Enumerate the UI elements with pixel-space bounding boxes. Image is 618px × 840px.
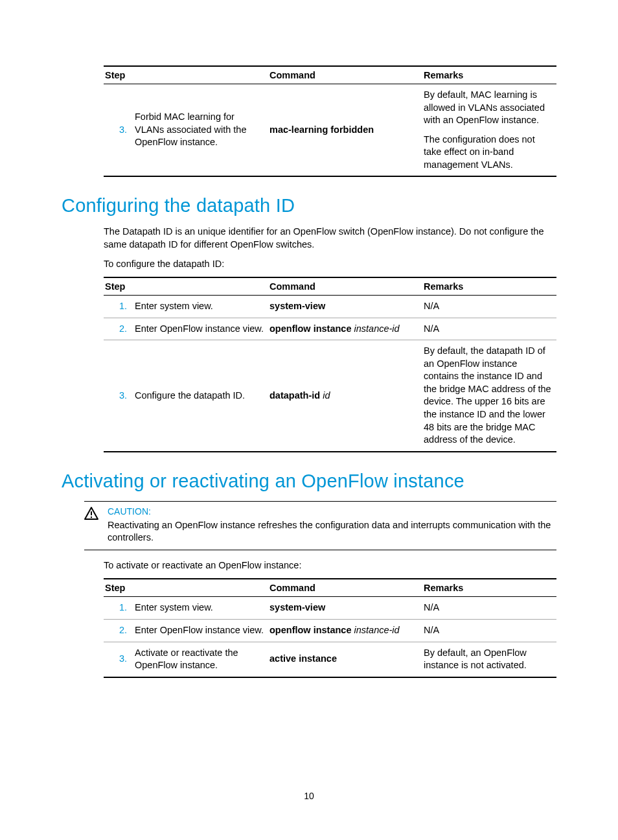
table-activating: Step Command Remarks 1. Enter system vie… xyxy=(104,578,556,677)
caution-box: CAUTION: Reactivating an OpenFlow instan… xyxy=(84,501,556,550)
header-remarks: Remarks xyxy=(422,66,556,84)
step-number: 3. xyxy=(104,642,133,677)
step-text: Forbid MAC learning for VLANs associated… xyxy=(133,84,268,177)
paragraph: To configure the datapath ID: xyxy=(104,258,556,271)
step-text: Enter system view. xyxy=(133,296,268,318)
caution-icon xyxy=(84,507,98,522)
remarks-text: By default, the datapath ID of an OpenFl… xyxy=(422,340,556,452)
remarks-text: N/A xyxy=(422,296,556,318)
step-text: Activate or reactivate the OpenFlow inst… xyxy=(133,642,268,677)
step-text: Configure the datapath ID. xyxy=(133,340,268,452)
table-row: 1. Enter system view. system-view N/A xyxy=(104,597,556,620)
heading-activating: Activating or reactivating an OpenFlow i… xyxy=(62,471,556,492)
command-text: system-view xyxy=(268,296,422,318)
table-row: 2. Enter OpenFlow instance view. openflo… xyxy=(104,619,556,642)
remarks-text: By default, MAC learning is allowed in V… xyxy=(422,84,556,177)
table-row: 3. Configure the datapath ID. datapath-i… xyxy=(104,340,556,452)
table-mac-learning: Step Command Remarks 3. Forbid MAC learn… xyxy=(104,65,556,177)
header-step: Step xyxy=(104,66,268,84)
table-row: 1. Enter system view. system-view N/A xyxy=(104,296,556,318)
remarks-text: N/A xyxy=(422,318,556,340)
caution-text: Reactivating an OpenFlow instance refres… xyxy=(108,519,556,544)
step-number: 3. xyxy=(104,84,133,177)
step-number: 2. xyxy=(104,619,133,642)
header-step: Step xyxy=(104,277,268,296)
step-text: Enter OpenFlow instance view. xyxy=(133,318,268,340)
table-row: 3. Forbid MAC learning for VLANs associa… xyxy=(104,84,556,177)
command-text: datapath-id id xyxy=(268,340,422,452)
remarks-text: N/A xyxy=(422,619,556,642)
table-datapath-id: Step Command Remarks 1. Enter system vie… xyxy=(104,277,556,452)
paragraph: The Datapath ID is an unique identifier … xyxy=(104,226,556,251)
header-command: Command xyxy=(268,66,422,84)
svg-point-1 xyxy=(91,516,92,517)
step-number: 2. xyxy=(104,318,133,340)
command-text: openflow instance instance-id xyxy=(268,318,422,340)
header-step: Step xyxy=(104,579,268,597)
table-row: 2. Enter OpenFlow instance view. openflo… xyxy=(104,318,556,340)
step-number: 1. xyxy=(104,597,133,620)
step-number: 3. xyxy=(104,340,133,452)
page-number: 10 xyxy=(0,791,618,801)
step-number: 1. xyxy=(104,296,133,318)
command-text: active instance xyxy=(268,642,422,677)
header-command: Command xyxy=(268,579,422,597)
command-text: mac-learning forbidden xyxy=(268,84,422,177)
heading-datapath-id: Configuring the datapath ID xyxy=(62,195,556,216)
paragraph: To activate or reactivate an OpenFlow in… xyxy=(104,559,556,572)
header-remarks: Remarks xyxy=(422,277,556,296)
remarks-text: N/A xyxy=(422,597,556,620)
caution-label: CAUTION: xyxy=(108,506,556,517)
header-remarks: Remarks xyxy=(422,579,556,597)
remarks-text: By default, an OpenFlow instance is not … xyxy=(422,642,556,677)
step-text: Enter OpenFlow instance view. xyxy=(133,619,268,642)
step-text: Enter system view. xyxy=(133,597,268,620)
command-text: system-view xyxy=(268,597,422,620)
header-command: Command xyxy=(268,277,422,296)
table-row: 3. Activate or reactivate the OpenFlow i… xyxy=(104,642,556,677)
command-text: openflow instance instance-id xyxy=(268,619,422,642)
